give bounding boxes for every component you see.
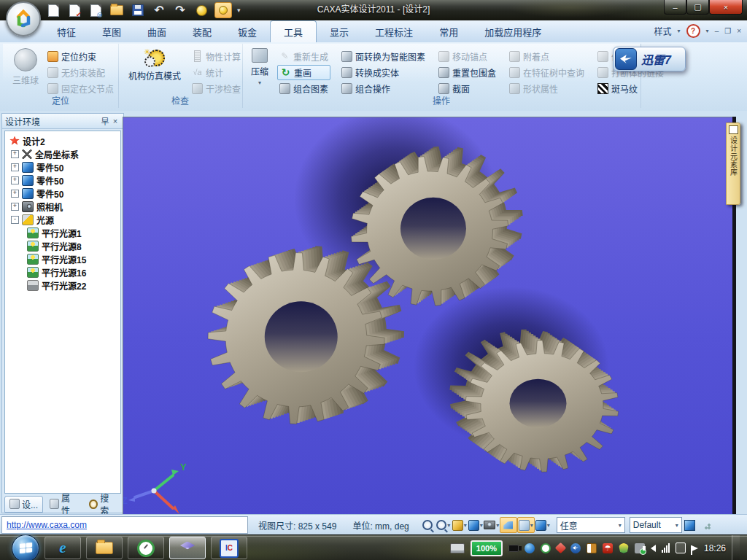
redraw-button[interactable]: ↻重画 bbox=[277, 65, 330, 80]
tab-feature[interactable]: 特征 bbox=[44, 21, 89, 42]
face-to-smart-element-button[interactable]: 面转换为智能图素 bbox=[339, 50, 427, 63]
application-menu-button[interactable] bbox=[6, 1, 41, 36]
tab-sketch[interactable]: 草图 bbox=[89, 21, 134, 42]
fix-to-parent-button[interactable]: 固定在父节点 bbox=[45, 82, 116, 96]
part-display-button[interactable]: ▾ bbox=[535, 518, 551, 532]
taskbar-caxa-ic[interactable]: IC bbox=[211, 537, 247, 559]
start-button[interactable] bbox=[12, 534, 39, 560]
book-icon[interactable] bbox=[587, 543, 597, 553]
keyboard-icon[interactable] bbox=[450, 543, 465, 553]
minimize-button[interactable]: – bbox=[664, 0, 686, 15]
unconstrained-assembly-button[interactable]: 无约束装配 bbox=[45, 66, 116, 79]
avira-icon[interactable]: ☂ bbox=[603, 543, 613, 553]
section-button[interactable]: 截面 bbox=[436, 82, 498, 96]
tri-ball-button[interactable]: 三维球 bbox=[7, 47, 44, 88]
zebra-stripes-button[interactable]: 斑马纹 bbox=[595, 82, 666, 96]
taskbar-caxa-active[interactable] bbox=[169, 537, 206, 559]
caxa-link[interactable]: http://www.caxa.com bbox=[7, 520, 87, 530]
statistics-button[interactable]: √a统计 bbox=[190, 66, 243, 79]
tab-sheetmetal[interactable]: 钣金 bbox=[225, 21, 270, 42]
camera-view-button[interactable]: ▾ bbox=[484, 518, 500, 532]
tree-item-parallel-light[interactable]: 平行光源1 bbox=[5, 226, 120, 239]
tree-item-parallel-light[interactable]: 平行光源15 bbox=[5, 252, 120, 265]
tree-item-light-group[interactable]: -光源 bbox=[5, 213, 120, 226]
taskbar-internet-explorer[interactable]: e bbox=[44, 537, 81, 559]
expand-toggle[interactable]: + bbox=[11, 150, 19, 158]
url-field[interactable]: http://www.caxa.com bbox=[1, 516, 248, 534]
tab-display[interactable]: 显示 bbox=[317, 21, 362, 42]
config-combo[interactable]: Default▾ bbox=[630, 517, 682, 533]
tree-item-coordinate-system[interactable]: +全局坐标系 bbox=[5, 147, 120, 160]
action-center-icon[interactable] bbox=[676, 542, 686, 553]
battery-meter[interactable]: 100% bbox=[471, 540, 503, 556]
tab-annotation[interactable]: 工程标注 bbox=[362, 21, 426, 42]
red-diamond-icon[interactable] bbox=[555, 542, 567, 554]
shape-properties-button[interactable]: 形状属性 bbox=[507, 82, 587, 96]
panel-close-icon[interactable]: × bbox=[110, 117, 120, 125]
doc-minimize-button[interactable]: – bbox=[715, 27, 719, 35]
tree-item-parallel-light-off[interactable]: 平行光源22 bbox=[5, 279, 120, 292]
mass-properties-button[interactable]: 物性计算 bbox=[190, 50, 243, 63]
3d-viewport[interactable]: Y X Z bbox=[123, 117, 733, 515]
tree-item-part[interactable]: +零件50 bbox=[5, 160, 120, 174]
expand-toggle[interactable]: + bbox=[11, 190, 19, 198]
help-dropdown-icon[interactable]: ▾ bbox=[706, 28, 709, 34]
tab-assembly[interactable]: 装配 bbox=[179, 21, 225, 42]
pin-icon[interactable]: 早 bbox=[100, 115, 110, 127]
volume-icon[interactable] bbox=[651, 545, 656, 552]
help-icon[interactable]: ? bbox=[686, 24, 700, 38]
convert-to-solid-button[interactable]: 转换成实体 bbox=[339, 66, 427, 79]
display-style-button[interactable]: ▾ bbox=[517, 517, 535, 533]
combine-elements-button[interactable]: 组合图素 bbox=[277, 82, 330, 96]
thunder7-overlay[interactable]: 迅雷7 bbox=[613, 47, 686, 71]
style-dropdown-icon[interactable]: ▾ bbox=[678, 28, 681, 34]
tree-item-part[interactable]: +零件50 bbox=[5, 187, 120, 200]
style-button[interactable]: 样式 bbox=[654, 25, 672, 37]
position-constraint-button[interactable]: 定位约束 bbox=[45, 50, 116, 63]
expand-toggle[interactable]: + bbox=[11, 163, 19, 171]
tab-surface[interactable]: 曲面 bbox=[134, 21, 179, 42]
show-desktop-button[interactable] bbox=[732, 535, 740, 560]
mechanism-simulation-button[interactable]: ✳ 机构仿真模式 bbox=[120, 47, 190, 83]
shield-icon[interactable] bbox=[619, 543, 629, 553]
tab-addins[interactable]: 加载应用程序 bbox=[471, 21, 554, 42]
design-library-tab[interactable]: 设计元素库 bbox=[726, 122, 740, 205]
network-icon[interactable] bbox=[662, 543, 670, 553]
render-mode-button[interactable] bbox=[500, 517, 517, 533]
add-view-button[interactable]: ▾ bbox=[452, 518, 468, 532]
attach-point-button[interactable]: 附着点 bbox=[507, 50, 587, 63]
expand-toggle[interactable]: + bbox=[11, 203, 19, 211]
view-orientation-button[interactable]: ▾ bbox=[468, 518, 484, 532]
resize-grip[interactable] bbox=[701, 520, 711, 530]
collapse-toggle[interactable]: - bbox=[11, 216, 19, 224]
power-plug-icon[interactable] bbox=[508, 545, 519, 552]
taskbar-clock-app[interactable] bbox=[128, 537, 164, 559]
interference-check-button[interactable]: 干涉检查 bbox=[190, 82, 243, 96]
maximize-button[interactable]: ▢ bbox=[686, 0, 709, 15]
compress-button[interactable]: 压缩 ▾ bbox=[245, 47, 274, 88]
globe-icon[interactable] bbox=[525, 543, 535, 553]
flag-icon[interactable] bbox=[692, 545, 698, 551]
thunder-tray-icon[interactable] bbox=[570, 543, 581, 553]
doc-close-button[interactable]: × bbox=[737, 27, 741, 35]
clock-time[interactable]: 18:26 bbox=[704, 543, 726, 553]
close-button[interactable]: × bbox=[709, 0, 743, 15]
selection-filter-combo[interactable]: 任意▾ bbox=[557, 517, 625, 533]
tree-item-parallel-light[interactable]: 平行光源16 bbox=[5, 265, 120, 279]
zoom-options-button[interactable]: ▾ bbox=[436, 518, 452, 532]
boolean-operation-button[interactable]: 组合操作 bbox=[339, 82, 427, 96]
tab-design-tree[interactable]: 设... bbox=[4, 496, 43, 513]
regenerate-button[interactable]: ✎重新生成 bbox=[277, 50, 330, 63]
move-anchor-button[interactable]: 移动锚点 bbox=[436, 50, 498, 63]
taskbar-explorer[interactable] bbox=[86, 537, 123, 559]
search-in-feature-tree-button[interactable]: 在特征树中查询 bbox=[507, 66, 587, 79]
hierarchy-button[interactable] bbox=[682, 518, 698, 532]
tree-item-part[interactable]: +零件50 bbox=[5, 174, 120, 187]
clock-icon[interactable] bbox=[541, 543, 551, 553]
doc-restore-button[interactable]: ❐ bbox=[724, 27, 731, 35]
expand-toggle[interactable]: + bbox=[11, 176, 19, 184]
tree-item-camera[interactable]: +照相机 bbox=[5, 200, 120, 213]
zoom-button[interactable] bbox=[419, 518, 436, 532]
tree-item-design-root[interactable]: 设计2 bbox=[5, 134, 120, 147]
reset-bounding-box-button[interactable]: 重置包围盒 bbox=[436, 66, 498, 79]
